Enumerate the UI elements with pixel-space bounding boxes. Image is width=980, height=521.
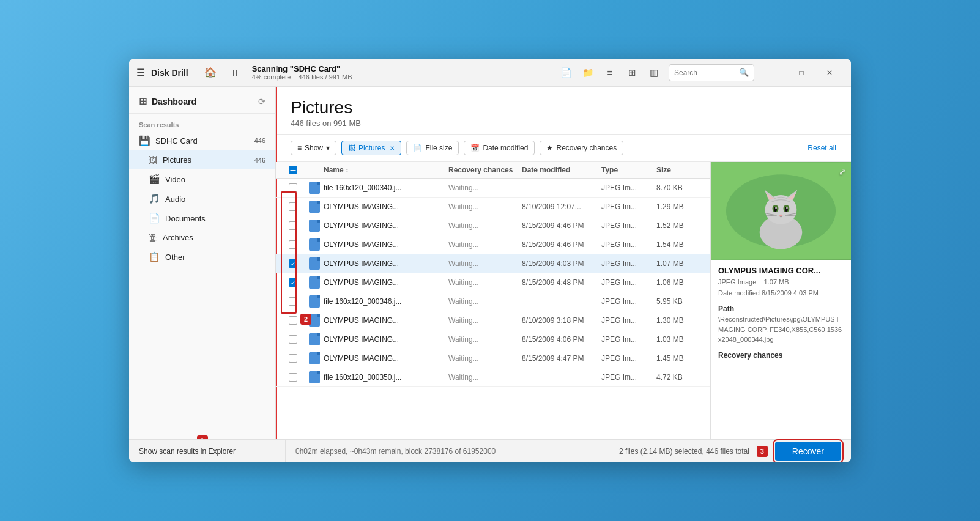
home-button[interactable]: 🏠 bbox=[201, 63, 220, 83]
scan-subtitle: 4% complete – 446 files / 991 MB bbox=[252, 73, 352, 81]
select-all-checkbox[interactable] bbox=[289, 166, 297, 174]
file-icon-btn[interactable]: 📄 bbox=[556, 63, 576, 83]
date-7: 8/10/2009 3:18 PM bbox=[522, 316, 601, 325]
date-5: 8/15/2009 4:48 PM bbox=[522, 278, 601, 287]
check-cell-9[interactable] bbox=[281, 354, 305, 363]
file-size-label: File size bbox=[425, 144, 452, 152]
archives-label: Archives bbox=[163, 233, 265, 242]
kitten-preview bbox=[711, 162, 851, 260]
row-checkbox-7[interactable] bbox=[289, 316, 297, 325]
expand-preview-btn[interactable]: ⤢ bbox=[839, 167, 846, 177]
size-header[interactable]: Size bbox=[656, 166, 705, 174]
search-box[interactable]: 🔍 bbox=[669, 64, 754, 81]
size-1: 1.29 MB bbox=[656, 202, 705, 211]
row-checkbox-8[interactable] bbox=[289, 335, 297, 344]
type-header[interactable]: Type bbox=[601, 166, 656, 174]
file-name-2: OLYMPUS IMAGING... bbox=[324, 221, 448, 230]
table-row[interactable]: OLYMPUS IMAGING... Waiting... 8/15/2009 … bbox=[276, 254, 710, 273]
row-checkbox-1[interactable] bbox=[289, 202, 297, 211]
close-button[interactable]: ✕ bbox=[815, 59, 844, 87]
check-cell-6[interactable] bbox=[281, 297, 305, 306]
sidebar-item-documents[interactable]: 📄 Documents bbox=[129, 209, 275, 228]
check-cell-4[interactable] bbox=[281, 259, 305, 268]
table-row[interactable]: file 160x120_000346.j... Waiting... JPEG… bbox=[276, 292, 710, 311]
file-type-icon-9 bbox=[309, 352, 320, 364]
row-checkbox-6[interactable] bbox=[289, 297, 297, 306]
sidebar-item-other[interactable]: 📋 Other bbox=[129, 247, 275, 267]
panel-icon-btn[interactable]: ▥ bbox=[644, 63, 664, 83]
sidebar-item-pictures[interactable]: 🖼 Pictures 446 bbox=[129, 150, 275, 169]
check-cell-10[interactable] bbox=[281, 373, 305, 382]
table-row[interactable]: file 160x120_000340.j... Waiting... JPEG… bbox=[276, 179, 710, 198]
menu-icon[interactable]: ☰ bbox=[136, 67, 145, 78]
check-cell-2[interactable] bbox=[281, 221, 305, 230]
recovery-status-8: Waiting... bbox=[448, 335, 522, 344]
pause-button[interactable]: ⏸ bbox=[225, 63, 245, 83]
table-row[interactable]: OLYMPUS IMAGING... Waiting... 8/15/2009 … bbox=[276, 273, 710, 292]
sidebar-item-audio[interactable]: 🎵 Audio bbox=[129, 189, 275, 209]
row-checkbox-3[interactable] bbox=[289, 240, 297, 249]
show-icon: ≡ bbox=[297, 144, 302, 152]
show-scan-btn[interactable]: Show scan results in Explorer bbox=[139, 447, 236, 456]
minimize-button[interactable]: ─ bbox=[759, 59, 787, 87]
size-2: 1.52 MB bbox=[656, 221, 705, 230]
name-header[interactable]: Name ↕ bbox=[324, 166, 448, 174]
pictures-filter-icon: 🖼 bbox=[348, 144, 355, 152]
table-row[interactable]: OLYMPUS IMAGING... Waiting... 8/15/2009 … bbox=[276, 235, 710, 254]
check-cell-3[interactable] bbox=[281, 240, 305, 249]
recovery-status-4: Waiting... bbox=[448, 259, 522, 268]
video-label: Video bbox=[165, 175, 265, 184]
recover-button[interactable]: Recover bbox=[775, 442, 841, 461]
sidebar-item-sdhc-card[interactable]: 💾 SDHC Card 446 bbox=[129, 131, 275, 150]
maximize-button[interactable]: □ bbox=[787, 59, 815, 87]
folder-icon-btn[interactable]: 📁 bbox=[578, 63, 598, 83]
check-cell-5[interactable] bbox=[281, 278, 305, 287]
table-row[interactable]: OLYMPUS IMAGING... Waiting... 8/10/2009 … bbox=[276, 198, 710, 216]
row-checkbox-4[interactable] bbox=[289, 259, 297, 268]
table-row[interactable]: OLYMPUS IMAGING... Waiting... 8/15/2009 … bbox=[276, 349, 710, 368]
file-icon-cell-5 bbox=[305, 276, 324, 289]
grid-icon-btn[interactable]: ⊞ bbox=[622, 63, 642, 83]
row-checkbox-5[interactable] bbox=[289, 278, 297, 287]
table-container: Name ↕ Recovery chances Date modified Ty… bbox=[276, 162, 851, 439]
main-content: ⊞ Dashboard ⟳ Scan results 💾 SDHC Card 4… bbox=[129, 87, 851, 439]
pictures-filter-btn[interactable]: 🖼 Pictures ✕ bbox=[341, 141, 401, 155]
row-checkbox-10[interactable] bbox=[289, 373, 297, 382]
refresh-icon[interactable]: ⟳ bbox=[258, 97, 265, 106]
list-icon-btn[interactable]: ≡ bbox=[600, 63, 620, 83]
table-row[interactable]: OLYMPUS IMAGING... Waiting... 8/15/2009 … bbox=[276, 216, 710, 235]
date-modified-btn[interactable]: 📅 Date modified bbox=[464, 141, 535, 155]
file-size-btn[interactable]: 📄 File size bbox=[406, 141, 459, 155]
recovery-header[interactable]: Recovery chances bbox=[448, 166, 522, 174]
documents-icon: 📄 bbox=[149, 213, 160, 224]
preview-path-label: Path bbox=[718, 305, 844, 313]
recovery-status-3: Waiting... bbox=[448, 240, 522, 249]
other-icon: 📋 bbox=[149, 251, 160, 262]
file-name-6: file 160x120_000346.j... bbox=[324, 297, 448, 306]
row-checkbox-9[interactable] bbox=[289, 354, 297, 363]
pictures-filter-close[interactable]: ✕ bbox=[390, 145, 395, 152]
statusbar-center: 0h02m elapsed, ~0h43m remain, block 2738… bbox=[286, 447, 619, 456]
content-area: Pictures 446 files on 991 MB ≡ Show ▾ 🖼 … bbox=[276, 87, 851, 439]
table-row[interactable]: OLYMPUS IMAGING... Waiting... 8/15/2009 … bbox=[276, 330, 710, 349]
search-input[interactable] bbox=[674, 68, 737, 77]
file-size-icon: 📄 bbox=[413, 144, 422, 152]
sdhc-label: SDHC Card bbox=[155, 136, 250, 146]
sidebar-item-archives[interactable]: 🗜 Archives bbox=[129, 228, 275, 247]
row-checkbox-0[interactable] bbox=[289, 183, 297, 192]
recovery-chances-btn[interactable]: ★ Recovery chances bbox=[540, 141, 623, 155]
check-cell-8[interactable] bbox=[281, 335, 305, 344]
check-cell-0[interactable] bbox=[281, 183, 305, 192]
row-checkbox-2[interactable] bbox=[289, 221, 297, 230]
date-header[interactable]: Date modified bbox=[522, 166, 601, 174]
file-type-icon-6 bbox=[309, 295, 320, 308]
table-row[interactable]: OLYMPUS IMAGING... Waiting... 8/10/2009 … bbox=[276, 311, 710, 330]
sidebar-item-video[interactable]: 🎬 Video bbox=[129, 169, 275, 189]
file-icon-cell-6 bbox=[305, 295, 324, 308]
type-5: JPEG Im... bbox=[601, 278, 656, 287]
show-filter-btn[interactable]: ≡ Show ▾ bbox=[291, 141, 336, 155]
dashboard-nav[interactable]: ⊞ Dashboard bbox=[139, 95, 196, 107]
table-row[interactable]: file 160x120_000350.j... Waiting... JPEG… bbox=[276, 368, 710, 387]
reset-all-btn[interactable]: Reset all bbox=[807, 144, 836, 152]
check-cell-1[interactable] bbox=[281, 202, 305, 211]
